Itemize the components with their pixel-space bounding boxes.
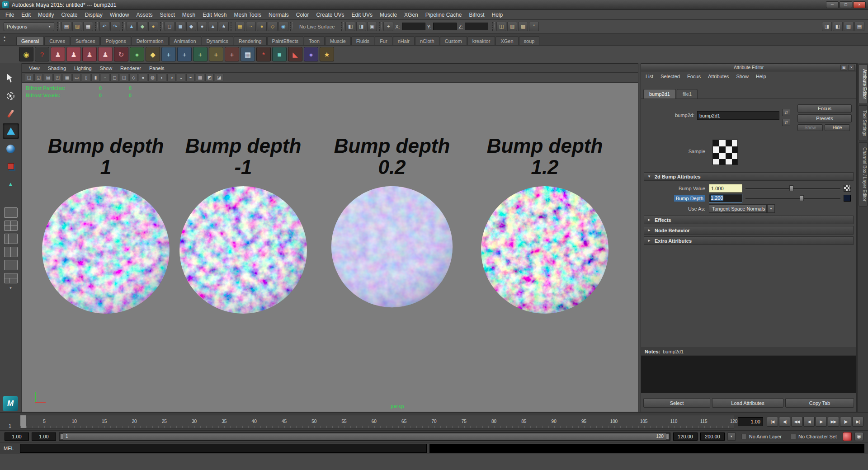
ipr-render-icon[interactable]: ▩ [518, 22, 528, 31]
two-d-pan-zoom-icon[interactable]: ◰ [53, 74, 62, 81]
shelf-tab[interactable]: kreaktor [467, 36, 495, 45]
shelf-tab[interactable]: Curves [44, 36, 70, 45]
shadows-toggle-icon[interactable]: ◑ [167, 74, 176, 81]
animation-start-field[interactable] [5, 432, 29, 441]
dock-tab-tool-settings[interactable]: Tool Settings [859, 105, 868, 141]
layout-persp-graph[interactable] [4, 260, 18, 270]
new-scene-icon[interactable]: ▤ [61, 22, 71, 31]
connection-indicator-icon[interactable] [844, 195, 851, 202]
shelf-tab[interactable]: Polygons [100, 36, 131, 45]
shelf-menu-icon[interactable]: ▴ ▾ [4, 35, 5, 42]
maximize-button[interactable]: □ [840, 1, 852, 8]
load-attributes-button[interactable]: Load Attributes [712, 398, 783, 408]
step-forward-key-button[interactable]: |▶ [840, 417, 851, 427]
wireframe-mode-icon[interactable]: ◇ [129, 74, 138, 81]
dock-tab-channel-box[interactable]: Channel Box / Layer Editor [859, 142, 868, 207]
select-tool[interactable] [3, 70, 19, 86]
menubar-item[interactable]: Edit [18, 10, 34, 19]
menubar-item[interactable]: Edit UVs [348, 10, 376, 19]
chevron-down-icon[interactable]: ▼ [767, 204, 775, 213]
menu-set-dropdown[interactable]: Polygons ▼ [4, 22, 54, 31]
panel-menu-item[interactable]: Panels [145, 65, 169, 72]
shelf-help-icon[interactable]: ? [35, 47, 49, 61]
notes-textarea[interactable] [641, 356, 856, 393]
menubar-item[interactable]: Normals [265, 10, 292, 19]
make-live-icon[interactable]: ◉ [278, 22, 288, 31]
bump-demo-group-1[interactable]: Bump depth 1 [31, 135, 180, 315]
collapsed-section-header[interactable]: ► Extra Attributes [644, 236, 854, 245]
render-current-frame-icon[interactable]: ▥ [507, 22, 517, 31]
layout-hypershade-persp[interactable] [4, 273, 18, 283]
shelf-ik-handle-icon[interactable]: + [177, 47, 192, 61]
resolution-gate-icon[interactable]: ▯ [82, 74, 90, 81]
menubar-item[interactable]: Select [156, 10, 178, 19]
shelf-joint-tool-icon[interactable]: + [161, 47, 176, 61]
range-end-handle[interactable] [666, 433, 669, 440]
layout-single-persp[interactable] [4, 207, 18, 218]
menubar-item[interactable]: Color [292, 10, 313, 19]
ae-tab-file1[interactable]: file1 [677, 89, 698, 99]
shelf-tab[interactable]: Deformation [132, 36, 169, 45]
shelf-tab[interactable]: nHair [393, 36, 415, 45]
command-language-toggle[interactable]: MEL [4, 446, 17, 451]
shelf-tab[interactable]: Toon [304, 36, 325, 45]
shelf-tab[interactable]: Animation [169, 36, 201, 45]
motion-blur-icon[interactable]: ◓ [186, 74, 195, 81]
play-forwards-button[interactable]: ▶ [816, 417, 827, 427]
minimize-button[interactable]: ─ [826, 1, 839, 8]
close-button[interactable]: × [853, 1, 866, 8]
animation-end-field[interactable] [700, 432, 725, 441]
texture-sample-swatch[interactable] [712, 140, 738, 165]
collapsed-section-header[interactable]: ► Node Behavior [644, 226, 854, 235]
last-tool-slot[interactable]: ▲ [3, 176, 19, 192]
shelf-curve-sphere-icon[interactable]: ◉ [19, 47, 33, 61]
redo-icon[interactable]: ↷ [110, 22, 120, 31]
bump-sphere-3[interactable] [330, 185, 454, 309]
menubar-item[interactable]: Bifrost [466, 10, 488, 19]
slider-handle[interactable] [789, 185, 793, 191]
copy-tab-button[interactable]: Copy Tab [785, 398, 854, 408]
presets-button[interactable]: Presets [797, 114, 852, 122]
multisample-icon[interactable]: ▩ [196, 74, 204, 81]
animation-preferences-button[interactable]: ◉ [854, 432, 863, 441]
ae-menu-item[interactable]: Show [732, 72, 752, 80]
focus-button[interactable]: Focus [797, 104, 852, 113]
shelf-ik-spline-icon[interactable]: + [193, 47, 208, 61]
dock-tab-attribute-editor[interactable]: Attribute Editor [859, 64, 868, 104]
select-object-icon[interactable]: ◆ [137, 22, 147, 31]
select-component-icon[interactable]: ● [148, 22, 158, 31]
scale-tool[interactable] [3, 159, 19, 174]
panel-close-icon[interactable]: × [848, 65, 855, 70]
status-group-divider[interactable] [379, 22, 382, 31]
toggle-panel-icon[interactable]: ▤ [854, 22, 864, 31]
use-all-lights-icon[interactable]: ◐ [158, 74, 166, 81]
status-group-divider[interactable] [160, 22, 163, 31]
command-result-area[interactable] [429, 444, 864, 453]
shelf-hik-character-icon[interactable]: ♟ [51, 47, 65, 61]
isolate-select-icon[interactable]: ◩ [205, 74, 214, 81]
map-texture-icon[interactable] [844, 185, 851, 192]
paint-select-tool[interactable] [3, 106, 19, 121]
menubar-item[interactable]: Assets [132, 10, 156, 19]
hide-button[interactable]: Hide [825, 124, 850, 131]
panel-menu-item[interactable]: Renderer [116, 65, 145, 72]
go-to-end-button[interactable]: ▶| [852, 417, 863, 427]
shelf-paint-brush-icon[interactable]: ◣ [288, 47, 302, 61]
character-set-menu[interactable]: No Character Set [788, 432, 840, 441]
bump-demo-group-4[interactable]: Bump depth 1.2 [470, 135, 619, 315]
open-render-view-icon[interactable]: ◫ [496, 22, 506, 31]
menubar-item[interactable]: Mesh Tools [231, 10, 265, 19]
ae-menu-item[interactable]: Selected [657, 72, 684, 80]
mask-surfaces-icon[interactable]: ● [197, 22, 207, 31]
shelf-tab[interactable]: soup [519, 36, 540, 45]
shelf-tab[interactable]: Custom [440, 36, 467, 45]
mask-joints-icon[interactable]: ◼ [175, 22, 185, 31]
shelf-tab[interactable]: Dynamics [202, 36, 233, 45]
transform-entry-icon[interactable]: + [383, 22, 393, 31]
notes-bar[interactable]: Notes: bump2d1 [641, 348, 856, 356]
status-group-divider[interactable] [341, 22, 344, 31]
current-time-field[interactable] [738, 417, 763, 426]
go-to-start-button[interactable]: |◀ [767, 417, 778, 427]
snap-point-icon[interactable]: ● [257, 22, 267, 31]
field-chart-icon[interactable]: ▫ [101, 74, 109, 81]
